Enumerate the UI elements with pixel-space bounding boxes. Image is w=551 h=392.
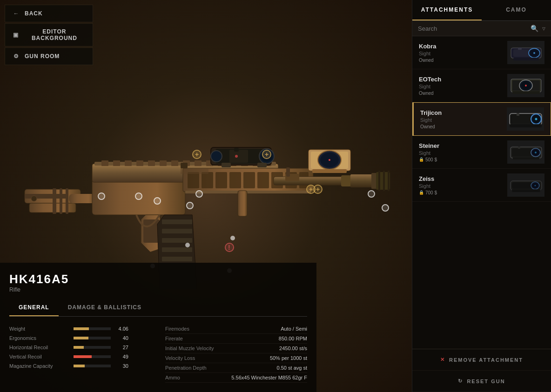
svg-rect-49	[383, 171, 385, 191]
attachment-steiner[interactable]: Steiner Sight 🔒 500 $	[412, 136, 551, 169]
svg-rect-19	[125, 160, 132, 166]
ballistic-ammo: Ammo 5.56x45 Winchester M855 62gr F	[165, 373, 307, 383]
svg-rect-5	[66, 188, 68, 214]
svg-rect-17	[101, 160, 108, 166]
svg-rect-11	[162, 229, 192, 233]
attachment-zeiss[interactable]: Zeiss Sight 🔒 700 $	[412, 169, 551, 202]
attachment-trijicon-image	[507, 107, 544, 131]
tab-attachments[interactable]: ATTACHMENTS	[412, 0, 482, 20]
svg-rect-38	[243, 172, 255, 188]
attachment-eotech[interactable]: EOTech Sight Owned	[412, 69, 551, 102]
attachments-panel: ATTACHMENTS CAMO 🔍 ▿ Kobra Sight Owned	[412, 0, 551, 392]
svg-rect-52	[286, 167, 290, 177]
filter-icon[interactable]: ▿	[542, 25, 545, 32]
svg-point-111	[535, 118, 537, 120]
svg-point-60	[211, 151, 222, 162]
svg-point-6	[31, 196, 37, 201]
svg-point-74	[135, 193, 142, 199]
svg-point-76	[187, 202, 193, 209]
attachment-list: Kobra Sight Owned EOTech Sigh	[412, 36, 551, 349]
svg-rect-14	[162, 257, 192, 261]
reset-icon: ↻	[458, 378, 463, 384]
svg-point-65	[235, 155, 238, 158]
editor-background-button[interactable]: ▣ EDITOR BACKGROUND	[5, 23, 93, 47]
svg-rect-54	[181, 168, 208, 174]
ballistic-muzzle-velocity: Initial Muzzle Velocity 2450.00 st/s	[165, 344, 307, 353]
ballistic-firerate: Firerate 850.00 RPM	[165, 334, 307, 344]
svg-point-91	[185, 243, 190, 247]
svg-rect-72	[238, 191, 247, 216]
svg-point-75	[154, 198, 161, 204]
tab-damage-ballistics[interactable]: DAMAGE & BALLISTICS	[59, 299, 151, 316]
svg-point-105	[525, 85, 527, 86]
svg-rect-120	[513, 157, 539, 159]
svg-rect-23	[171, 160, 178, 166]
attachment-eotech-image	[507, 74, 544, 97]
attachment-zeiss-image	[507, 173, 544, 197]
lock-icon-steiner: 🔒	[419, 157, 424, 162]
svg-text:+: +	[195, 151, 199, 158]
svg-rect-20	[136, 160, 143, 166]
remove-attachment-button[interactable]: ✕ REMOVE ATTACHMENT	[412, 349, 551, 371]
svg-rect-4	[60, 188, 62, 214]
stat-magazine-capacity: Magazine Capacity 30	[9, 361, 151, 371]
attachment-steiner-image	[507, 140, 544, 164]
search-input[interactable]	[418, 25, 527, 32]
svg-rect-12	[162, 238, 192, 243]
svg-point-73	[98, 193, 105, 199]
svg-rect-10	[162, 219, 192, 224]
back-button[interactable]: ← BACK	[5, 5, 93, 22]
gun-room-button[interactable]: ⚙ GUN ROOM	[5, 47, 93, 65]
svg-point-119	[535, 152, 537, 153]
attachment-kobra[interactable]: Kobra Sight Owned	[412, 36, 551, 69]
tab-general[interactable]: GENERAL	[9, 299, 59, 316]
stat-ergonomics: Ergonomics 40	[9, 333, 151, 343]
svg-point-86	[368, 191, 375, 197]
attachment-kobra-image	[507, 41, 544, 64]
svg-rect-35	[202, 172, 213, 188]
gun-info-panel: HK416A5 Rifle GENERAL DAMAGE & BALLISTIC…	[0, 263, 316, 392]
svg-rect-112	[512, 114, 531, 124]
svg-text:!: !	[228, 244, 230, 251]
svg-rect-63	[222, 163, 231, 167]
svg-rect-62	[234, 148, 239, 152]
svg-point-93	[230, 236, 235, 240]
svg-rect-127	[512, 189, 540, 192]
bottom-buttons: ✕ REMOVE ATTACHMENT ↻ RESET GUN	[412, 349, 551, 392]
stats-grid: Weight 4.06 Ergonomics 40 Horizontal Rec…	[9, 324, 307, 383]
svg-rect-53	[181, 163, 188, 168]
top-navigation: ← BACK ▣ EDITOR BACKGROUND ⚙ GUN ROOM	[0, 0, 98, 70]
ballistic-firemodes: Firemodes Auto / Semi	[165, 324, 307, 334]
svg-rect-13	[162, 247, 192, 252]
svg-rect-121	[518, 146, 520, 149]
svg-rect-37	[229, 172, 241, 188]
ballistic-velocity-loss: Velocity Loss 50% per 1000 st	[165, 353, 307, 363]
stat-horizontal-recoil: Horizontal Recoil 27	[9, 343, 151, 352]
svg-text:+: +	[265, 151, 269, 158]
svg-rect-36	[215, 172, 227, 188]
stat-weight: Weight 4.06	[9, 324, 151, 333]
reset-gun-button[interactable]: ↻ RESET GUN	[412, 371, 551, 392]
x-icon: ✕	[440, 357, 445, 363]
search-icon: 🔍	[531, 25, 538, 32]
tab-camo[interactable]: CAMO	[482, 0, 551, 20]
svg-rect-25	[195, 160, 202, 166]
svg-point-126	[534, 185, 536, 186]
gun-type: Rifle	[9, 286, 307, 293]
gun-editor-panel: ← BACK ▣ EDITOR BACKGROUND ⚙ GUN ROOM	[0, 0, 412, 392]
svg-point-98	[533, 52, 535, 54]
svg-point-87	[382, 205, 389, 211]
info-tabs: GENERAL DAMAGE & BALLISTICS	[9, 299, 307, 317]
svg-text:+: +	[316, 186, 320, 193]
gun-name: HK416A5	[9, 272, 307, 286]
svg-rect-48	[378, 171, 380, 191]
svg-rect-100	[513, 58, 539, 60]
svg-point-70	[329, 159, 330, 161]
stat-vertical-recoil: Vertical Recoil 49	[9, 352, 151, 361]
image-icon: ▣	[13, 31, 19, 39]
svg-rect-22	[160, 160, 167, 166]
svg-rect-106	[512, 91, 540, 94]
svg-rect-21	[148, 160, 155, 166]
attachment-trijicon[interactable]: Trijicon Sight Owned	[412, 102, 551, 136]
ballistic-penetration: Penetration Depth 0.50 st avg st	[165, 363, 307, 373]
